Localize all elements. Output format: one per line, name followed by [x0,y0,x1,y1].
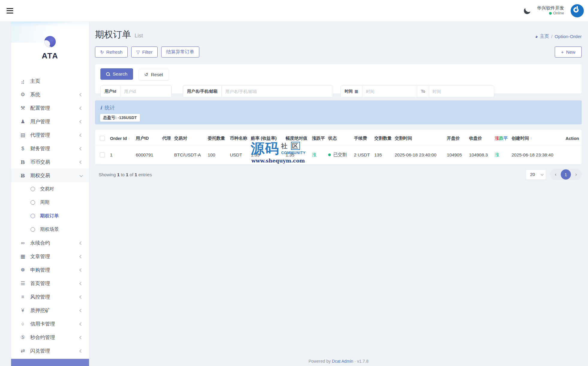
chevron-down-icon [79,174,83,177]
user-name: 华兴软件开发 [537,5,564,11]
cell-close-price: 104908.3 [467,145,493,165]
list-icon: ☰ [19,280,26,287]
refresh-icon: ↻ [100,49,104,55]
online-dot-icon [549,12,552,15]
next-page-button[interactable]: › [572,171,580,177]
page-subtitle: List [135,33,143,39]
col-action: Action [564,132,582,145]
funnel-icon: ▽ [136,49,140,55]
dcat-admin-link[interactable]: Dcat Admin [332,359,353,364]
user-name-field-group: 用户名/手机/邮箱 [183,85,333,97]
dashboard-icon: ◕ [535,34,538,39]
chevron-left-icon [79,93,83,96]
undo-icon: ↺ [144,72,148,77]
chevron-left-icon [79,106,83,110]
page-size-select[interactable]: 20 [526,169,546,180]
sidebar-item-homepage[interactable]: ☰ 首页管理 [11,277,89,290]
filter-button[interactable]: ▽ Filter [131,46,158,58]
user-id-input[interactable] [120,86,170,97]
link-icon: ∞ [19,240,26,246]
cell-created-at: 2025-06-18 23:38:40 [510,145,564,165]
row-checkbox[interactable] [100,152,105,157]
indent-lines-icon: ≡ [19,294,26,300]
sidebar-item-articles[interactable]: ▦ 文章管理 [11,250,89,263]
sidebar-item-home[interactable]: ⣴ 主页 [11,74,89,88]
menu-toggle-icon[interactable] [6,8,14,14]
chevron-left-icon [79,282,83,285]
chevron-left-icon [79,322,83,326]
circle-icon: ○ [19,321,26,327]
sidebar-subitem-option-scene[interactable]: 期权场景 [11,223,89,236]
chevron-left-icon [79,255,83,258]
sidebar-item-staking[interactable]: ¥ 质押挖矿 [11,304,89,317]
sidebar-item-flash-exchange[interactable]: ⇄ 闪兑管理 [11,344,89,358]
sidebar-item-option-trade[interactable]: Ƀ 期权交易 [11,169,89,182]
chevron-left-icon [79,160,83,164]
sidebar-item-users[interactable]: ♟ 用户管理 [11,115,89,128]
user-menu[interactable]: 华兴软件开发 Online [537,5,564,16]
col-trading-pair: 交易对 [172,132,206,145]
sidebar-item-perpetual[interactable]: ∞ 永续合约 [11,236,89,250]
circle-icon [31,187,35,191]
page-number-button[interactable]: 1 [561,169,571,180]
sidebar-item-system[interactable]: ⚙ 系统 [11,88,89,101]
toolbar: ↻ Refresh ▽ Filter 结算异常订单 + New [95,46,582,58]
sidebar-item-subscription[interactable]: ☸ 申购管理 [11,263,89,277]
user-name-input[interactable] [222,86,326,97]
wrench-icon: ⚒ [19,105,26,111]
col-created-at[interactable]: 创建时间↑ [510,132,564,145]
cell-order-id: 1 [108,145,134,165]
dark-mode-icon[interactable] [523,6,531,15]
five-icon: ⑤ [19,334,26,341]
refresh-button[interactable]: ↻ Refresh [95,46,128,58]
orders-table: Order Id↑ 用户ID 代理 交易对 委托数量 币种名称 赔率 (收益率)… [95,130,582,165]
plus-icon: + [561,49,564,55]
user-id-field-group: 用户Id [100,85,172,97]
chevron-left-icon [79,133,83,137]
sidebar-item-config[interactable]: ⚒ 配置管理 [11,101,89,115]
time-from-input[interactable] [362,86,417,97]
table-row: 1 6000791 BTC/USDT-A 100 USDT 1.35 1.35 … [95,145,582,165]
sidebar-item-spot-trade[interactable]: B 币币交易 [11,155,89,169]
sidebar-item-second-contract[interactable]: ⑤ 秒合约管理 [11,331,89,344]
gear-icon: ⚙ [19,91,26,98]
search-icon [106,72,110,76]
id-card-icon: ▤ [19,132,26,138]
new-button[interactable]: + New [555,46,582,58]
time-range-field-group: 时间 ▦ To [340,85,494,97]
chevron-left-icon [79,336,83,339]
sidebar-item-risk-control[interactable]: ≡ 风控管理 [11,290,89,304]
filter-panel: Search ↺ Reset 用户Id 用户名/手机/邮箱 时间 ▦ [95,64,582,94]
newspaper-icon: ▦ [19,253,26,260]
user-id-label: 用户Id [101,86,120,97]
sidebar-item-credit-card[interactable]: ○ 信用卡管理 [11,317,89,331]
avatar[interactable] [571,4,584,17]
sidebar: ATA ⣴ 主页 ⚙ 系统 ⚒ 配置管理 ♟ 用户管理 ▤ 代理管理 $ 财务管… [11,22,89,366]
breadcrumb-current: Option-Order [555,34,582,39]
breadcrumb-home-link[interactable]: 主页 [540,33,549,40]
sidebar-subitem-option-order[interactable]: 期权订单 [11,209,89,223]
pagination: ‹ 1 › [550,169,582,180]
time-to-separator: To [417,86,429,97]
breadcrumb-separator: / [551,34,552,39]
settle-abnormal-orders-button[interactable]: 结算异常订单 [161,46,199,58]
reset-button[interactable]: ↺ Reset [139,69,169,80]
bold-b-icon: B [19,159,26,165]
prev-page-button[interactable]: ‹ [552,171,560,177]
watermark: 源码 社 区 COMMUNITY www.shequym.com [242,141,314,164]
sidebar-subitem-period[interactable]: 周期 [11,196,89,209]
sidebar-item-agents[interactable]: ▤ 代理管理 [11,128,89,142]
col-fee: 手续费 [352,132,373,145]
chevron-left-icon [79,147,83,150]
time-to-input[interactable] [429,86,493,97]
col-order-id[interactable]: Order Id↑ [108,132,134,145]
circle-icon [31,227,35,232]
showing-entries-text: Showing 1 to 1 of 1 entries [99,172,152,177]
watermark-logo-text: 源码 [251,141,279,155]
select-all-checkbox[interactable] [100,136,105,141]
search-button[interactable]: Search [100,68,133,80]
cell-trading-pair: BTC/USDT-A [172,145,206,165]
sidebar-item-finance[interactable]: $ 财务管理 [11,142,89,155]
table-footer: Showing 1 to 1 of 1 entries 20 ‹ 1 › [95,169,582,180]
sidebar-subitem-trading-pair[interactable]: 交易对 [11,182,89,196]
